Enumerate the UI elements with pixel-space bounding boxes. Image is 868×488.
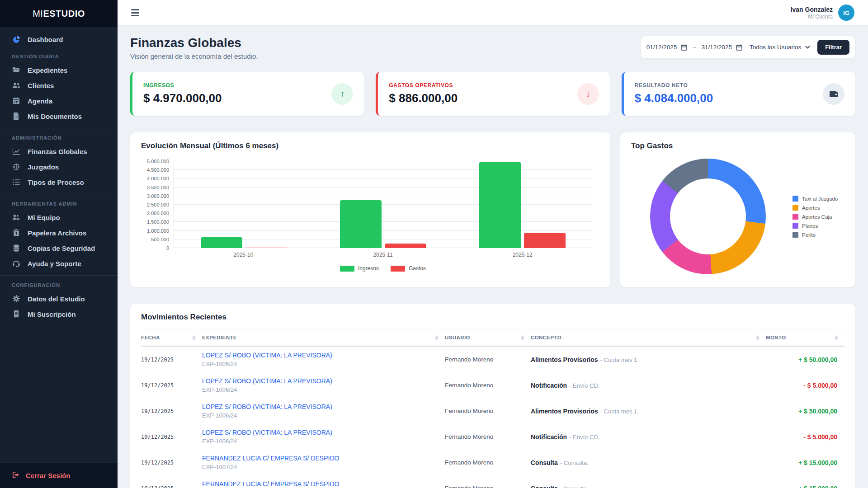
legend-swatch: [793, 196, 798, 202]
column-header-usuario[interactable]: USUARIO: [445, 335, 531, 340]
x-tick-label: 2025-11: [313, 252, 453, 258]
database-icon: [12, 244, 21, 252]
column-header-expediente[interactable]: EXPEDIENTE: [202, 335, 445, 340]
x-tick-label: 2025-10: [174, 252, 313, 258]
column-header-monto[interactable]: MONTO: [766, 335, 844, 340]
bar-gastos-2025-10: [245, 248, 287, 248]
sidebar-item-dashboard[interactable]: Dashboard: [0, 32, 118, 47]
bar-chart-legend: IngresosGastos: [166, 265, 599, 272]
sidebar-item-datos-estudio[interactable]: Datos del Estudio: [0, 291, 118, 306]
expediente-code: EXP-1006/24: [202, 412, 445, 419]
gear-icon: [12, 295, 21, 303]
sidebar-item-papelera-archivos[interactable]: Papelera Archivos: [0, 225, 118, 240]
logo-prefix: MI: [33, 9, 43, 19]
menu-toggle-button[interactable]: [131, 9, 139, 16]
sidebar-item-label: Clientes: [28, 82, 54, 89]
cell-concepto: Alimentos Provisorios- Cuota mes 1.: [531, 407, 766, 415]
sidebar-item-mi-suscripcion[interactable]: Mi Suscripción: [0, 306, 118, 322]
table-row: 19/12/2025 FERNANDEZ LUCIA C/ EMPRESA S/…: [141, 475, 844, 488]
donut-chart-title: Top Gastos: [631, 141, 844, 150]
y-tick-label: 5.000.000: [147, 159, 169, 164]
donut-chart: [650, 159, 766, 274]
legend-swatch: [340, 266, 354, 272]
legend-item-gastos: Gastos: [391, 265, 426, 272]
kpi-label: RESULTADO NETO: [635, 82, 713, 89]
sidebar-section-gestion: GESTIÓN DIARIA: [0, 47, 118, 62]
kpi-value: $ 4.084.000,00: [635, 91, 713, 105]
column-header-fecha[interactable]: FECHA: [141, 335, 202, 340]
user-filter-select[interactable]: Todos los Usuarios: [748, 44, 812, 51]
logout-icon: [12, 471, 20, 480]
cell-concepto: Alimentos Provisorios- Cuota mes 1.: [531, 356, 766, 364]
column-header-concepto[interactable]: CONCEPTO: [531, 335, 766, 340]
legend-swatch: [391, 266, 405, 272]
expediente-link[interactable]: LOPEZ S/ ROBO (VICTIMA: LA PREVISORA): [202, 377, 445, 385]
expediente-link[interactable]: LOPEZ S/ ROBO (VICTIMA: LA PREVISORA): [202, 429, 445, 436]
calendar-icon: [12, 97, 21, 105]
expediente-link[interactable]: FERNANDEZ LUCIA C/ EMPRESA S/ DESPIDO: [202, 455, 445, 462]
table-header-row: FECHA EXPEDIENTE USUARIO CONCEPTO MONTO: [141, 329, 844, 347]
date-to-value: 31/12/2025: [702, 44, 732, 51]
user-menu[interactable]: Ivan Gonzalez Mi Cuenta IG: [791, 5, 854, 21]
expediente-link[interactable]: LOPEZ S/ ROBO (VICTIMA: LA PREVISORA): [202, 403, 445, 410]
x-tick-label: 2025-12: [453, 252, 592, 258]
filter-button[interactable]: Filtrar: [817, 40, 849, 55]
filter-bar: 01/12/2025 – 31/12/2025 Todos los Usuari…: [641, 36, 855, 59]
folder-open-icon: [12, 66, 21, 74]
sort-icon: [435, 335, 439, 340]
chart-line-icon: [12, 147, 21, 155]
table-row: 19/12/2025 LOPEZ S/ ROBO (VICTIMA: LA PR…: [141, 398, 844, 424]
cell-concepto: Notificación- Envío CD.: [531, 381, 766, 389]
bar-group-2025-11: [313, 161, 453, 248]
sidebar-item-clientes[interactable]: Clientes: [0, 78, 118, 93]
sidebar-item-mi-equipo[interactable]: Mi Equipo: [0, 210, 118, 225]
bar-gastos-2025-11: [385, 244, 426, 248]
sidebar-item-label: Datos del Estudio: [28, 295, 85, 303]
sort-icon: [192, 335, 196, 340]
donut-chart-panel: Top Gastos Taxi al JuzgadoAportesAportes…: [620, 132, 855, 287]
cell-monto: - $ 5.000,00: [766, 382, 844, 389]
sort-icon: [835, 335, 838, 340]
movements-panel: Movimientos Recientes FECHA EXPEDIENTE U…: [130, 304, 855, 488]
user-filter-value: Todos los Usuarios: [750, 44, 801, 51]
sidebar-item-label: Mi Equipo: [28, 214, 60, 221]
sidebar-item-label: Mis Documentos: [28, 113, 82, 120]
cell-concepto: Consulta- Consulta.: [531, 484, 766, 488]
sidebar-item-finanzas-globales[interactable]: Finanzas Globales: [0, 144, 118, 159]
sidebar-item-expedientes[interactable]: Expedientes: [0, 62, 118, 78]
cell-fecha: 19/12/2025: [141, 357, 202, 363]
logout-button[interactable]: Cerrar Sesión: [0, 462, 118, 488]
y-tick-label: 4.500.000: [147, 167, 169, 173]
sidebar-item-juzgados[interactable]: Juzgados: [0, 159, 118, 174]
donut-legend-item: Aportes Caja: [793, 214, 838, 220]
sidebar-item-label: Ayuda y Soporte: [28, 260, 81, 267]
sidebar-item-mis-documentos[interactable]: Mis Documentos: [0, 108, 118, 124]
kpi-value: $ 886.000,00: [389, 91, 458, 105]
bar-ingresos-2025-12: [479, 162, 521, 248]
main-area: Ivan Gonzalez Mi Cuenta IG Finanzas Glob…: [118, 0, 868, 488]
date-from-input[interactable]: 01/12/2025: [646, 44, 688, 51]
y-tick-label: 500.000: [151, 237, 169, 242]
legend-swatch: [793, 232, 798, 238]
bar-gastos-2025-12: [524, 233, 566, 248]
app-root: MIESTUDIO Dashboard GESTIÓN DIARIA Exped…: [0, 0, 868, 488]
sidebar-item-label: Juzgados: [28, 163, 59, 171]
sidebar-item-agenda[interactable]: Agenda: [0, 93, 118, 108]
kpi-value: $ 4.970.000,00: [143, 91, 222, 105]
sidebar-item-copias-seguridad[interactable]: Copias de Seguridad: [0, 240, 118, 256]
expediente-link[interactable]: FERNANDEZ LUCIA C/ EMPRESA S/ DESPIDO: [202, 480, 445, 488]
sidebar-item-tipos-de-proceso[interactable]: Tipos de Proceso: [0, 174, 118, 190]
sidebar-nav: Dashboard GESTIÓN DIARIA Expedientes Cli…: [0, 27, 118, 462]
avatar[interactable]: IG: [838, 5, 854, 21]
expediente-link[interactable]: LOPEZ S/ ROBO (VICTIMA: LA PREVISORA): [202, 352, 445, 359]
sidebar-item-ayuda-soporte[interactable]: Ayuda y Soporte: [0, 256, 118, 271]
bar-chart-x-labels: 2025-102025-112025-12: [174, 252, 592, 258]
scales-icon: [12, 163, 21, 171]
legend-swatch: [793, 214, 798, 220]
sort-icon: [521, 335, 524, 340]
cell-usuario: Fernando Moreno: [445, 485, 531, 488]
table-row: 19/12/2025 LOPEZ S/ ROBO (VICTIMA: LA PR…: [141, 424, 844, 450]
cell-fecha: 19/12/2025: [141, 460, 202, 466]
expediente-code: EXP-1006/24: [202, 386, 445, 393]
date-to-input[interactable]: 31/12/2025: [702, 44, 743, 51]
